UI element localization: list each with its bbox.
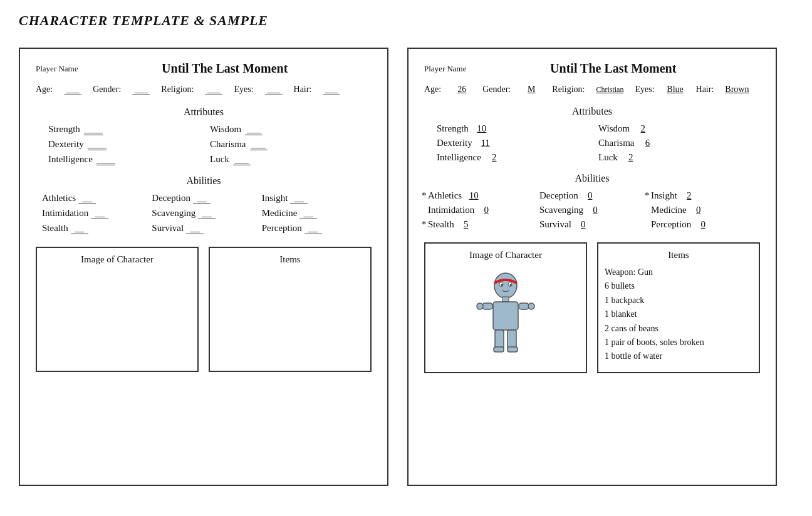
template-gender-label: Gender:: [93, 85, 121, 95]
template-card: Player Name Until The Last Moment Age: _…: [19, 48, 388, 486]
svg-point-0: [494, 273, 517, 298]
sample-attr-intelligence: Intelligence 2: [437, 152, 586, 163]
item-beans: 2 cans of beans: [605, 322, 752, 336]
svg-rect-7: [482, 303, 492, 309]
template-ability-medicine: Medicine __: [262, 208, 365, 219]
svg-rect-14: [508, 347, 518, 352]
stealth-asterisk: *: [422, 219, 427, 230]
template-card-header: Player Name Until The Last Moment: [36, 61, 372, 76]
template-campaign-title: Until The Last Moment: [78, 61, 372, 76]
template-eyes-label: Eyes:: [234, 85, 253, 95]
sample-ability-perception: Perception 0: [651, 219, 756, 230]
svg-rect-12: [494, 347, 504, 352]
page-title: CHARACTER TEMPLATE & SAMPLE: [19, 13, 793, 29]
sample-card: Player Name Until The Last Moment Age: 2…: [407, 48, 777, 486]
svg-rect-6: [493, 302, 518, 330]
svg-rect-11: [495, 330, 504, 349]
svg-rect-5: [502, 297, 509, 302]
template-ability-intimidation: Intimidation __: [42, 208, 145, 219]
template-ability-athletics: Athletics __: [42, 193, 145, 204]
sample-age-label: Age:: [424, 85, 441, 95]
template-religion-label: Religion:: [161, 85, 194, 95]
sample-attr-charisma: Charisma 6: [598, 138, 747, 148]
template-abilities-title: Abilities: [36, 175, 372, 187]
template-items-box-title: Items: [216, 254, 364, 265]
template-attr-dexterity: Dexterity ____: [48, 139, 197, 150]
template-attr-charisma: Charisma ___: [210, 139, 359, 150]
sample-ability-intimidation: Intimidation 0: [428, 205, 533, 215]
sample-hair-label: Hair:: [696, 85, 714, 95]
sample-hair-value: Brown: [725, 85, 749, 95]
template-player-name-label: Player Name: [36, 64, 78, 74]
sample-ability-medicine: Medicine 0: [651, 205, 756, 215]
template-gender-value: ___: [132, 85, 150, 95]
sample-eyes-value: Blue: [666, 85, 685, 95]
sample-abilities-grid: * Athletics 10 Deception 0 * Insight 2 I…: [424, 190, 760, 230]
template-attr-intelligence: Intelligence ____: [48, 154, 197, 165]
sample-card-header: Player Name Until The Last Moment: [424, 61, 760, 76]
item-water: 1 bottle of water: [605, 349, 752, 363]
character-illustration: [432, 266, 580, 366]
template-hair-value: ___: [323, 85, 340, 95]
template-attr-strength: Strength ____: [48, 124, 197, 135]
template-ability-stealth: Stealth __: [42, 223, 145, 234]
template-ability-insight: Insight __: [262, 193, 365, 204]
template-basic-info: Age: ___ Gender: ___ Religion: ___ Eyes:…: [36, 85, 372, 95]
item-boots: 1 pair of boots, soles broken: [605, 336, 752, 349]
sample-ability-survival: Survival 0: [539, 219, 645, 230]
sample-abilities-title: Abilities: [424, 173, 760, 184]
svg-rect-9: [519, 303, 529, 309]
sample-age-value: 26: [452, 85, 471, 95]
sample-attr-wisdom: Wisdom 2: [598, 123, 747, 134]
svg-point-8: [477, 303, 483, 309]
character-svg: [471, 266, 540, 366]
template-items-box: Items: [209, 247, 372, 372]
sample-attributes-grid: Strength 10 Wisdom 2 Dexterity 11 Charis…: [424, 123, 760, 163]
sample-basic-info: Age: 26 Gender: M Religion: Christian Ey…: [424, 85, 760, 95]
insight-asterisk: *: [645, 190, 650, 201]
sample-items-box-title: Items: [605, 250, 752, 261]
sample-gender-value: M: [522, 85, 541, 95]
svg-point-10: [528, 303, 534, 309]
sample-bottom-boxes: Image of Character: [424, 242, 760, 373]
sample-items-box: Items Weapon: Gun 6 bullets 1 backpack 1…: [597, 242, 760, 373]
sample-campaign-title: Until The Last Moment: [467, 61, 760, 76]
sample-image-box-title: Image of Character: [432, 250, 580, 261]
sample-attr-luck: Luck 2: [598, 152, 747, 163]
template-attributes-grid: Strength ____ Wisdom ___ Dexterity ____ …: [36, 124, 372, 165]
sample-ability-insight: * Insight 2: [651, 190, 756, 201]
sample-eyes-label: Eyes:: [635, 85, 654, 95]
sample-player-name-label: Player Name: [424, 64, 467, 74]
template-bottom-boxes: Image of Character Items: [36, 247, 372, 372]
template-ability-deception: Deception __: [152, 193, 255, 204]
template-attributes-title: Attributes: [36, 106, 372, 118]
sample-gender-label: Gender:: [482, 85, 511, 95]
svg-rect-13: [508, 330, 516, 349]
sample-image-box: Image of Character: [424, 242, 587, 373]
item-backpack: 1 backpack: [605, 294, 752, 307]
template-attr-wisdom: Wisdom ___: [210, 124, 359, 135]
sample-attr-strength: Strength 10: [437, 123, 586, 134]
template-ability-scavenging: Scavenging __: [152, 208, 255, 219]
template-abilities-grid: Athletics __ Deception __ Insight __ Int…: [36, 193, 372, 234]
cards-container: Player Name Until The Last Moment Age: _…: [19, 48, 793, 486]
sample-religion-value: Christian: [596, 85, 623, 95]
template-ability-perception: Perception __: [262, 223, 365, 234]
sample-ability-stealth: * Stealth 5: [428, 219, 533, 230]
template-age-value: ___: [64, 85, 81, 95]
template-eyes-value: ___: [265, 85, 283, 95]
athletics-asterisk: *: [422, 190, 427, 201]
template-religion-value: ___: [205, 85, 222, 95]
sample-ability-deception: Deception 0: [539, 190, 645, 201]
template-ability-survival: Survival __: [152, 223, 255, 234]
template-image-box: Image of Character: [36, 247, 199, 372]
sample-items-content: Weapon: Gun 6 bullets 1 backpack 1 blank…: [605, 266, 752, 364]
sample-attributes-title: Attributes: [424, 106, 760, 117]
sample-ability-athletics: * Athletics 10: [428, 190, 533, 201]
item-blanket: 1 blanket: [605, 307, 752, 321]
svg-point-3: [501, 284, 503, 286]
sample-ability-scavenging: Scavenging 0: [539, 205, 645, 215]
item-bullets: 6 bullets: [605, 279, 752, 293]
sample-religion-label: Religion:: [552, 85, 585, 95]
svg-point-4: [510, 284, 512, 286]
